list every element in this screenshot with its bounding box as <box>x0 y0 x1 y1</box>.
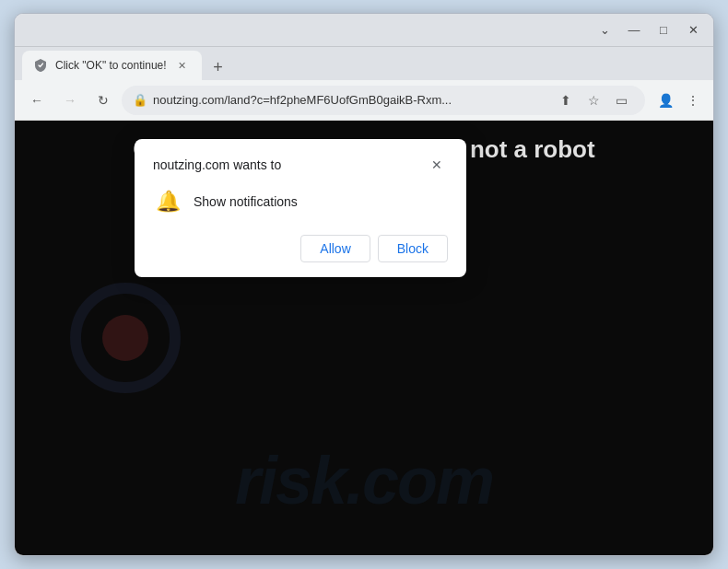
sidebar-icon: ▭ <box>616 93 628 108</box>
menu-icon: ⋮ <box>687 93 699 108</box>
tab-bar: Click "OK" to continue! ✕ + <box>15 47 713 80</box>
address-text: noutzing.com/land?c=hf2pheMF6UofGmB0gaik… <box>153 93 547 107</box>
bookmark-icon: ☆ <box>588 93 600 108</box>
window-controls: ⌄ — □ ✕ <box>592 14 706 46</box>
tab-label: Click "OK" to continue! <box>55 59 167 72</box>
tab-favicon <box>33 58 48 73</box>
bell-icon: 🔔 <box>153 187 182 216</box>
title-bar: ⌄ — □ ✕ <box>15 14 713 47</box>
dialog-overlay: noutzing.com wants to ✕ 🔔 Show notificat… <box>15 121 713 555</box>
active-tab[interactable]: Click "OK" to continue! ✕ <box>22 51 202 80</box>
browser-window: ⌄ — □ ✕ Click "OK" to continue! <box>14 13 714 556</box>
toolbar-right: 👤 ⋮ <box>652 87 706 113</box>
dialog-title: noutzing.com wants to <box>153 157 281 172</box>
minimize-button[interactable]: — <box>621 17 647 43</box>
block-button[interactable]: Block <box>378 235 448 262</box>
sidebar-button[interactable]: ▭ <box>608 87 634 113</box>
allow-button[interactable]: Allow <box>300 235 370 262</box>
tab-close-button[interactable]: ✕ <box>174 57 191 74</box>
dialog-close-icon: ✕ <box>431 157 442 172</box>
forward-icon: → <box>64 93 76 108</box>
share-icon: ⬆ <box>560 93 571 108</box>
lock-icon: 🔒 <box>133 93 147 107</box>
forward-button[interactable]: → <box>55 86 85 115</box>
page-content: Click here to confirm you are not a robo… <box>15 121 713 555</box>
address-bar[interactable]: 🔒 noutzing.com/land?c=hf2pheMF6UofGmB0ga… <box>122 86 645 115</box>
new-tab-button[interactable]: + <box>205 54 231 80</box>
collapse-button[interactable]: ⌄ <box>592 17 617 43</box>
dialog-buttons: Allow Block <box>153 235 448 262</box>
dialog-header: noutzing.com wants to ✕ <box>153 154 448 176</box>
profile-button[interactable]: 👤 <box>652 87 678 113</box>
nav-bar: ← → ↻ 🔒 noutzing.com/land?c=hf2pheMF6Uof… <box>15 80 713 121</box>
share-button[interactable]: ⬆ <box>553 87 579 113</box>
profile-icon: 👤 <box>658 93 674 108</box>
back-icon: ← <box>30 93 43 108</box>
permission-label: Show notifications <box>194 194 298 209</box>
bookmark-button[interactable]: ☆ <box>581 87 606 113</box>
address-actions: ⬆ ☆ ▭ <box>553 87 634 113</box>
reload-button[interactable]: ↻ <box>88 86 118 115</box>
back-button[interactable]: ← <box>22 86 52 115</box>
dialog-close-button[interactable]: ✕ <box>426 154 448 176</box>
dialog-permission: 🔔 Show notifications <box>153 187 448 216</box>
notification-dialog: noutzing.com wants to ✕ 🔔 Show notificat… <box>135 139 466 277</box>
maximize-button[interactable]: □ <box>651 17 676 43</box>
menu-button[interactable]: ⋮ <box>680 87 706 113</box>
close-button[interactable]: ✕ <box>680 17 706 43</box>
reload-icon: ↻ <box>98 93 109 108</box>
